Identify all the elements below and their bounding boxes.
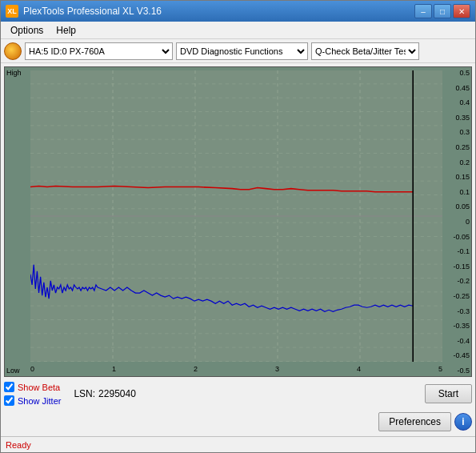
drive-select[interactable]: HA:5 ID:0 PX-760A — [25, 42, 173, 60]
menu-options[interactable]: Options — [4, 23, 50, 38]
lsn-label: LSN: — [74, 388, 95, 399]
show-beta-row: Show Beta — [4, 382, 61, 392]
title-bar-left: XL PlexTools Professional XL V3.16 — [6, 5, 162, 18]
show-beta-checkbox[interactable] — [4, 382, 14, 392]
window-title: PlexTools Professional XL V3.16 — [23, 6, 162, 17]
minimize-button[interactable]: – — [414, 4, 432, 18]
toolbar: HA:5 ID:0 PX-760A DVD Diagnostic Functio… — [1, 39, 475, 63]
lsn-value: 2295040 — [98, 388, 136, 399]
lsn-area: LSN: 2295040 — [74, 388, 135, 399]
bottom-controls-row: Show Beta Show Jitter LSN: 2295040 Start — [4, 380, 472, 407]
checkbox-group: Show Beta Show Jitter — [4, 382, 61, 406]
function-select[interactable]: DVD Diagnostic Functions — [176, 42, 308, 60]
status-bar: Ready — [1, 436, 475, 452]
menu-bar: Options Help — [1, 22, 475, 39]
chart-plot-area — [30, 70, 442, 362]
chart-area: High Low 0.5 0.45 0.4 0.35 0.3 0.25 0.2 … — [4, 66, 472, 377]
chart-x-labels: 0 1 2 3 4 5 — [30, 363, 442, 376]
info-button[interactable]: i — [454, 413, 472, 431]
show-beta-label: Show Beta — [18, 383, 60, 392]
status-text: Ready — [6, 440, 31, 450]
preferences-button[interactable]: Preferences — [378, 412, 451, 431]
chart-svg — [30, 70, 442, 362]
window-controls: – □ ✕ — [414, 4, 470, 18]
show-jitter-label: Show Jitter — [18, 396, 61, 406]
start-button[interactable]: Start — [425, 384, 472, 403]
show-jitter-row: Show Jitter — [4, 395, 61, 406]
main-window: XL PlexTools Professional XL V3.16 – □ ✕… — [0, 0, 476, 453]
show-jitter-checkbox[interactable] — [4, 395, 14, 406]
main-content: High Low 0.5 0.45 0.4 0.35 0.3 0.25 0.2 … — [1, 63, 475, 436]
app-icon: XL — [6, 5, 18, 18]
menu-help[interactable]: Help — [50, 23, 82, 38]
drive-icon — [4, 42, 22, 60]
chart-y-left-labels: High Low — [5, 67, 30, 376]
test-select[interactable]: Q-Check Beta/Jitter Test — [311, 42, 419, 60]
maximize-button[interactable]: □ — [434, 4, 451, 18]
preferences-row: Preferences i — [4, 411, 472, 433]
chart-y-right-labels: 0.5 0.45 0.4 0.35 0.3 0.25 0.2 0.15 0.1 … — [442, 67, 471, 376]
title-bar: XL PlexTools Professional XL V3.16 – □ ✕ — [1, 1, 475, 22]
close-button[interactable]: ✕ — [453, 4, 470, 18]
